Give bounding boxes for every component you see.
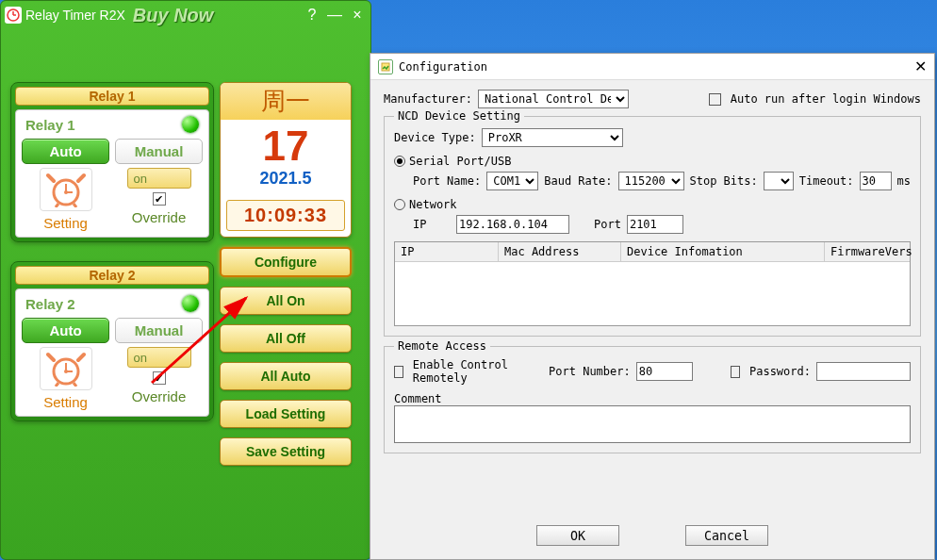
- calendar-day: 17: [221, 120, 351, 167]
- alarm-clock-icon: [40, 347, 92, 390]
- calendar-year-month: 2021.5: [221, 167, 351, 194]
- relay-1-manual-button[interactable]: Manual: [115, 139, 203, 164]
- remote-legend: Remote Access: [394, 339, 490, 353]
- port-name-label: Port Name:: [413, 174, 481, 188]
- manufacturer-select[interactable]: National Control Dev.: [478, 90, 629, 108]
- relay-1-override-label: Override: [132, 209, 187, 225]
- remote-access-group: Remote Access Enable Control Remotely Po…: [384, 346, 921, 453]
- relay-1-title: Relay 1: [15, 87, 209, 106]
- relay-2-state-toggle[interactable]: on: [127, 347, 191, 368]
- all-auto-button[interactable]: All Auto: [220, 362, 352, 390]
- comment-label: Comment: [394, 392, 442, 405]
- buy-now-link[interactable]: Buy Now: [133, 5, 214, 26]
- ncd-legend: NCD Device Setting: [394, 109, 524, 123]
- calendar-widget: 周一 17 2021.5 10:09:33: [220, 82, 352, 238]
- load-setting-button[interactable]: Load Setting: [220, 400, 352, 428]
- alarm-clock-icon: [40, 168, 92, 211]
- autorun-checkbox[interactable]: [709, 93, 721, 106]
- port-label: Port: [594, 218, 621, 231]
- port-name-select[interactable]: COM1: [486, 172, 538, 190]
- device-type-label: Device Type:: [394, 131, 476, 144]
- close-button[interactable]: ×: [348, 7, 367, 24]
- manufacturer-label: Manufacturer:: [384, 92, 472, 106]
- relay-1-setting-link[interactable]: Setting: [43, 215, 88, 231]
- timeout-label: Timeout:: [799, 174, 854, 188]
- ip-input[interactable]: [456, 215, 569, 234]
- all-on-button[interactable]: All On: [220, 287, 352, 315]
- baud-rate-select[interactable]: 115200: [618, 172, 684, 190]
- col-firmware: FirmwareVers: [825, 242, 910, 261]
- port-number-input[interactable]: [636, 362, 693, 381]
- password-label: Password:: [749, 365, 811, 378]
- relay-2-setting-link[interactable]: Setting: [43, 394, 88, 410]
- configure-button[interactable]: Configure: [220, 247, 352, 277]
- titlebar: Relay Timer R2X Buy Now ? — ×: [1, 1, 370, 29]
- app-logo-icon: [5, 7, 22, 24]
- app-title: Relay Timer R2X: [25, 8, 125, 23]
- calendar-weekday: 周一: [221, 83, 351, 120]
- ncd-device-setting-group: NCD Device Setting Device Type: ProXR Se…: [384, 116, 921, 337]
- password-checkbox[interactable]: [731, 366, 740, 378]
- radio-unselected-icon: [394, 199, 405, 210]
- devices-table[interactable]: IP Mac Address Device Infomation Firmwar…: [394, 241, 911, 326]
- enable-remote-label: Enable Control Remotely: [413, 358, 524, 385]
- relay-2-manual-button[interactable]: Manual: [115, 318, 203, 343]
- network-radio[interactable]: Network: [394, 198, 911, 211]
- configuration-dialog: Configuration ✕ Manufacturer: National C…: [370, 53, 935, 560]
- relay-1-name: Relay 1: [25, 117, 75, 133]
- relay-timer-window: Relay Timer R2X Buy Now ? — × Relay 1 Re…: [0, 0, 371, 560]
- col-device-info: Device Infomation: [621, 242, 825, 261]
- password-input[interactable]: [816, 362, 911, 381]
- baud-rate-label: Baud Rate:: [544, 174, 612, 188]
- relay-1-state-toggle[interactable]: on: [127, 168, 191, 189]
- relay-2-override-checkbox[interactable]: ✔: [153, 371, 166, 385]
- relay-2-override-label: Override: [132, 388, 187, 404]
- ip-label: IP: [413, 218, 451, 231]
- help-button[interactable]: ?: [303, 7, 321, 24]
- device-type-select[interactable]: ProXR: [482, 128, 623, 147]
- radio-selected-icon: [394, 156, 405, 167]
- all-off-button[interactable]: All Off: [220, 324, 352, 353]
- relay-1-auto-button[interactable]: Auto: [22, 139, 109, 164]
- timeout-unit: ms: [897, 174, 911, 188]
- save-setting-button[interactable]: Save Setting: [220, 437, 352, 466]
- port-input[interactable]: [627, 215, 683, 234]
- col-mac: Mac Address: [499, 242, 621, 261]
- relay-2-auto-button[interactable]: Auto: [22, 318, 109, 343]
- dialog-close-button[interactable]: ✕: [914, 58, 927, 75]
- serial-port-radio[interactable]: Serial Port/USB: [394, 155, 911, 168]
- autorun-label: Auto run after login Windows: [731, 92, 921, 106]
- stop-bits-label: Stop Bits:: [690, 174, 758, 188]
- enable-remote-checkbox[interactable]: [394, 366, 403, 378]
- dialog-titlebar: Configuration ✕: [370, 54, 934, 80]
- minimize-button[interactable]: —: [325, 7, 344, 24]
- relay-1-override-checkbox[interactable]: ✔: [153, 192, 166, 206]
- relay-1-status-icon: [182, 116, 199, 133]
- dialog-icon: [378, 59, 393, 74]
- relay-2-panel: Relay 2 Relay 2 Auto Setting: [10, 261, 214, 421]
- cancel-button[interactable]: Cancel: [685, 525, 768, 546]
- timeout-input[interactable]: [860, 172, 892, 190]
- port-number-label: Port Number:: [549, 365, 631, 378]
- relay-1-panel: Relay 1 Relay 1 Auto Setting: [10, 82, 214, 242]
- stop-bits-select[interactable]: [764, 172, 794, 190]
- relay-2-title: Relay 2: [15, 266, 209, 285]
- ok-button[interactable]: OK: [536, 525, 619, 546]
- relay-2-status-icon: [182, 295, 199, 312]
- relay-2-name: Relay 2: [25, 296, 75, 312]
- dialog-title: Configuration: [399, 60, 487, 74]
- col-ip: IP: [395, 242, 499, 261]
- comment-input[interactable]: [394, 405, 911, 443]
- calendar-time: 10:09:33: [226, 200, 345, 231]
